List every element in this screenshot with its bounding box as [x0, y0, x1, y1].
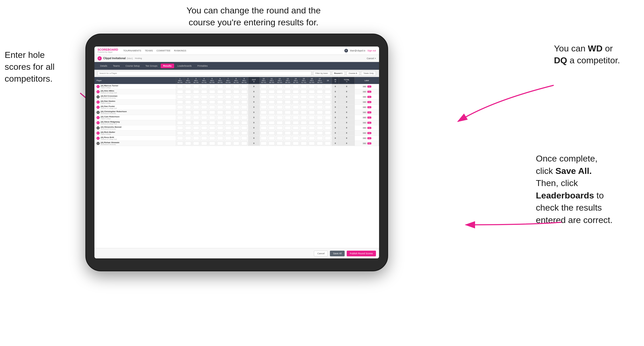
hole-2-input[interactable] [185, 116, 191, 119]
totals-only-btn[interactable]: Totals Only [361, 71, 376, 76]
hole-9-input[interactable] [241, 142, 247, 145]
hole-11-input[interactable] [269, 131, 275, 135]
hole-17-input[interactable] [317, 126, 323, 130]
hole-1-input[interactable] [177, 85, 183, 88]
hole-16-input[interactable] [309, 90, 315, 94]
hole-14-input[interactable] [293, 95, 299, 99]
publish-round-btn[interactable]: Publish Round Scores [347, 251, 376, 256]
hole-6-input[interactable] [217, 90, 223, 94]
hole-18-input[interactable] [325, 131, 331, 135]
hole-10-input[interactable] [261, 136, 267, 140]
hole-4-input[interactable] [201, 121, 207, 125]
hole-18-input[interactable] [325, 116, 331, 119]
hole-10-input[interactable] [261, 111, 267, 114]
hole-12-input[interactable] [277, 142, 283, 145]
wd-button[interactable]: WD [362, 106, 367, 108]
hole-9-input[interactable] [241, 90, 247, 94]
hole-18-input[interactable] [325, 105, 331, 109]
hole-5-input[interactable] [209, 116, 215, 119]
hole-7-input[interactable] [225, 95, 231, 99]
hole-16-input[interactable] [309, 116, 315, 119]
hole-11-input[interactable] [269, 90, 275, 94]
hole-17-input[interactable] [317, 95, 323, 99]
hole-12-input[interactable] [277, 90, 283, 94]
hole-13-input[interactable] [285, 142, 291, 145]
hole-11-input[interactable] [269, 121, 275, 125]
hole-16-input[interactable] [309, 131, 315, 135]
hole-13-input[interactable] [285, 105, 291, 109]
hole-4-input[interactable] [201, 105, 207, 109]
hole-16-input[interactable] [309, 95, 315, 99]
hole-18-input[interactable] [325, 142, 331, 145]
dq-button[interactable]: DQ [367, 111, 371, 113]
hole-8-input[interactable] [233, 136, 239, 140]
hole-7-input[interactable] [225, 136, 231, 140]
tab-leaderboards[interactable]: Leaderboards [175, 64, 194, 68]
hole-5-input[interactable] [209, 136, 215, 140]
hole-1-input[interactable] [177, 111, 183, 114]
hole-11-input[interactable] [269, 126, 275, 130]
hole-12-input[interactable] [277, 116, 283, 119]
hole-6-input[interactable] [217, 142, 223, 145]
hole-13-input[interactable] [285, 131, 291, 135]
hole-14-input[interactable] [293, 100, 299, 104]
hole-11-input[interactable] [269, 136, 275, 140]
hole-9-input[interactable] [241, 131, 247, 135]
hole-18-input[interactable] [325, 95, 331, 99]
hole-3-input[interactable] [193, 90, 199, 94]
hole-8-input[interactable] [233, 100, 239, 104]
wd-button[interactable]: WD [362, 86, 367, 88]
dq-button[interactable]: DQ [367, 142, 371, 144]
hole-14-input[interactable] [293, 90, 299, 94]
hole-2-input[interactable] [185, 142, 191, 145]
tab-tee-groups[interactable]: Tee Groups [143, 64, 160, 68]
hole-8-input[interactable] [233, 126, 239, 130]
hole-14-input[interactable] [293, 116, 299, 119]
hole-13-input[interactable] [285, 90, 291, 94]
hole-17-input[interactable] [317, 105, 323, 109]
hole-7-input[interactable] [225, 90, 231, 94]
hole-4-input[interactable] [201, 116, 207, 119]
hole-4-input[interactable] [201, 126, 207, 130]
hole-9-input[interactable] [241, 100, 247, 104]
hole-12-input[interactable] [277, 111, 283, 114]
hole-7-input[interactable] [225, 121, 231, 125]
hole-8-input[interactable] [233, 131, 239, 135]
hole-5-input[interactable] [209, 105, 215, 109]
nav-committee[interactable]: COMMITTEE [157, 49, 171, 52]
hole-4-input[interactable] [201, 95, 207, 99]
hole-12-input[interactable] [277, 136, 283, 140]
hole-7-input[interactable] [225, 131, 231, 135]
hole-1-input[interactable] [177, 131, 183, 135]
hole-12-input[interactable] [277, 121, 283, 125]
hole-9-input[interactable] [241, 95, 247, 99]
course-selector[interactable]: Course A [346, 71, 360, 76]
hole-9-input[interactable] [241, 126, 247, 130]
hole-1-input[interactable] [177, 90, 183, 94]
hole-17-input[interactable] [317, 116, 323, 119]
hole-8-input[interactable] [233, 105, 239, 109]
hole-14-input[interactable] [293, 126, 299, 130]
wd-button[interactable]: WD [362, 91, 367, 93]
hole-2-input[interactable] [185, 111, 191, 114]
dq-button[interactable]: DQ [367, 86, 371, 88]
hole-13-input[interactable] [285, 136, 291, 140]
hole-10-input[interactable] [261, 100, 267, 104]
search-input[interactable] [98, 71, 312, 76]
hole-1-input[interactable] [177, 126, 183, 130]
hole-13-input[interactable] [285, 126, 291, 130]
cancel-tournament-btn[interactable]: Cancel × [367, 57, 376, 60]
hole-10-input[interactable] [261, 85, 267, 88]
hole-14-input[interactable] [293, 85, 299, 88]
hole-5-input[interactable] [209, 126, 215, 130]
hole-15-input[interactable] [301, 116, 307, 119]
hole-11-input[interactable] [269, 116, 275, 119]
hole-16-input[interactable] [309, 111, 315, 114]
hole-18-input[interactable] [325, 100, 331, 104]
hole-17-input[interactable] [317, 131, 323, 135]
hole-4-input[interactable] [201, 136, 207, 140]
hole-8-input[interactable] [233, 95, 239, 99]
hole-3-input[interactable] [193, 111, 199, 114]
hole-4-input[interactable] [201, 131, 207, 135]
hole-6-input[interactable] [217, 100, 223, 104]
